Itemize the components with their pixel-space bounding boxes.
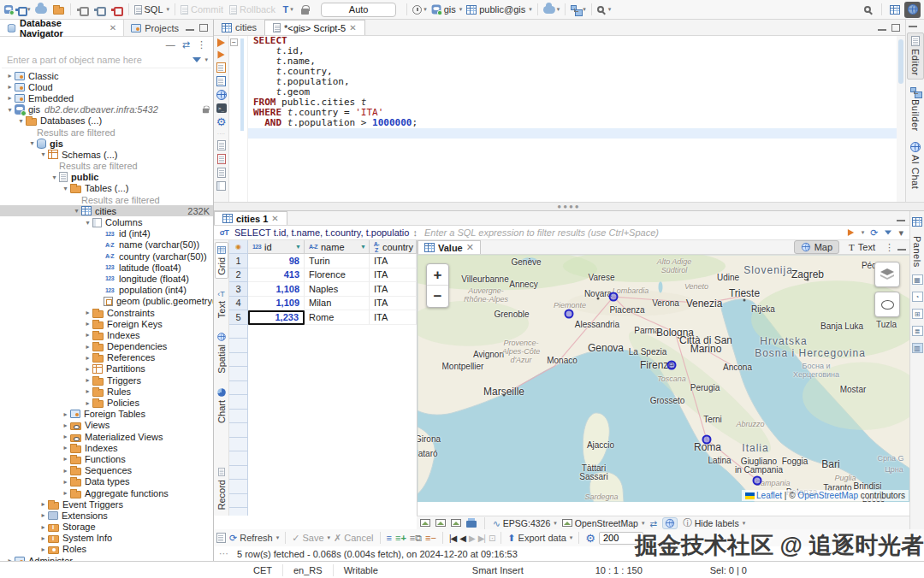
filter-history-icon[interactable]: ▾ — [898, 227, 903, 239]
save-picture-icon[interactable] — [435, 519, 446, 527]
search-button[interactable]: ▾ — [595, 2, 613, 18]
tree-item-roles[interactable]: ▸Roles — [0, 544, 213, 555]
row-number[interactable]: 1 — [229, 254, 248, 268]
close-icon[interactable]: ✕ — [349, 23, 356, 32]
tree-item-results-are-filtered[interactable]: Results are filtered — [0, 194, 213, 205]
collapse-all-icon[interactable]: — — [166, 39, 175, 50]
cell-country[interactable]: ITA — [370, 282, 417, 297]
last-row-icon[interactable]: ▶| — [478, 534, 485, 543]
minimize-icon[interactable] — [897, 220, 905, 221]
status-caret-position[interactable]: 10 : 1 : 150 — [585, 564, 653, 576]
copy-as-picture-icon[interactable] — [420, 519, 430, 527]
tree-item-name-varchar-50[interactable]: A·Zname (varchar(50)) — [0, 239, 213, 251]
tree-item-triggers[interactable]: ▸Triggers — [0, 375, 213, 386]
rollback-button[interactable]: Rollback — [228, 2, 279, 18]
grid-settings-icon[interactable]: ⚙ — [585, 533, 595, 544]
analyze-icon[interactable] — [216, 90, 227, 100]
reconnect-button[interactable] — [92, 2, 108, 18]
save-filter-icon[interactable] — [885, 231, 891, 235]
geometry-marker-milan[interactable] — [609, 292, 619, 302]
commit-button[interactable]: Commit — [179, 2, 227, 18]
row-number[interactable]: 4 — [229, 297, 248, 311]
geometry-marker-turin[interactable] — [565, 309, 574, 318]
tree-item-results-are-filtered[interactable]: Results are filtered — [0, 127, 213, 138]
tree-item-functions[interactable]: ▸Functions — [0, 453, 213, 464]
tree-item-aggregate-functions[interactable]: ▸Aggregate functions — [0, 487, 213, 498]
close-icon[interactable]: ✕ — [110, 23, 116, 32]
tab-results-cities-1[interactable]: cities 1✕ — [214, 211, 287, 225]
column-header-id[interactable]: 123id▼ — [248, 240, 305, 253]
connection-folder-button[interactable] — [50, 2, 67, 18]
settings-gear-icon[interactable]: ⚙ — [216, 116, 227, 127]
text-view-button[interactable]: TText — [843, 241, 881, 253]
history-button[interactable]: ▾ — [411, 2, 429, 18]
cancel-button[interactable]: ✗Cancel — [334, 533, 373, 544]
link-editor-icon[interactable]: ⇄ — [182, 39, 190, 50]
new-script-icon[interactable] — [217, 140, 226, 150]
tab-projects[interactable]: Projects — [124, 20, 186, 36]
column-header-name[interactable]: A-Zname▼ — [305, 240, 370, 253]
sql-line[interactable]: SELECT — [229, 36, 897, 46]
editor-scrollbar[interactable] — [897, 36, 905, 202]
corner-cell[interactable]: ◉ — [229, 240, 248, 254]
minimize-icon[interactable] — [878, 29, 886, 31]
fold-marker-icon[interactable]: − — [230, 38, 238, 46]
fetch-all-icon[interactable]: ⊡ — [489, 534, 495, 543]
geometry-marker-florence[interactable] — [667, 361, 677, 370]
cell-id[interactable]: 1,108 — [248, 282, 305, 297]
lasso-tool[interactable] — [874, 292, 900, 317]
tree-item-foreign-keys[interactable]: ▸Foreign Keys — [0, 318, 213, 329]
row-number[interactable]: 3 — [229, 282, 248, 297]
tree-item-classic[interactable]: ▸Classic — [0, 70, 213, 81]
save-button[interactable]: ✓Save▾ — [292, 533, 330, 544]
cell-name[interactable]: Milan — [305, 297, 370, 311]
tree-item-sequences[interactable]: ▸Sequences — [0, 465, 213, 476]
tree-item-id-int4[interactable]: 123id (int4) — [0, 228, 213, 239]
tree-item-schemas[interactable]: ▾Schemas (...) — [0, 149, 213, 160]
cell-country[interactable]: ITA — [370, 297, 417, 311]
filter-sql-text[interactable]: SELECT t.id, t.name, t.country, t.popula… — [234, 227, 409, 238]
tree-item-data-types[interactable]: ▸Data types — [0, 476, 213, 487]
row-number[interactable]: 2 — [229, 268, 248, 283]
add-row-icon[interactable]: ≡+ — [395, 533, 406, 543]
tree-item-policies[interactable]: ▸Policies — [0, 397, 213, 408]
layers-control[interactable] — [874, 262, 900, 287]
map-view-button[interactable]: Map — [794, 240, 839, 254]
cell-name[interactable]: Rome — [305, 310, 370, 325]
sql-line[interactable]: AND t.population > 1000000; — [229, 118, 897, 128]
tree-item-partitions[interactable]: ▸Partitions — [0, 363, 213, 375]
grouping-panel-icon[interactable]: ▥ — [912, 343, 923, 353]
tree-item-materialized-views[interactable]: ▸Materialized Views — [0, 431, 213, 442]
disconnect-button[interactable] — [109, 2, 125, 18]
refresh-button[interactable]: ⟳Refresh▾ — [229, 533, 279, 544]
tree-item-public[interactable]: ▾public — [0, 172, 213, 183]
leaflet-link[interactable]: Leaflet — [756, 491, 782, 500]
spreadsheet-perspective-icon[interactable] — [886, 2, 903, 18]
metadata-panel-icon[interactable]: ◔ — [912, 292, 923, 302]
sql-line[interactable]: t.id, — [229, 46, 897, 56]
sql-line[interactable] — [229, 128, 897, 139]
cell-country[interactable]: ITA — [370, 254, 417, 268]
minimize-icon[interactable] — [186, 29, 194, 31]
sql-line[interactable]: t.population, — [229, 77, 897, 87]
row-number[interactable]: 5 — [229, 310, 248, 325]
er-diagram-button[interactable]: ▾ — [569, 2, 588, 18]
duplicate-row-icon[interactable]: ≡⧉ — [410, 533, 422, 544]
first-row-icon[interactable]: |◀ — [449, 534, 456, 543]
tree-item-embedded[interactable]: ▸Embedded — [0, 92, 213, 103]
osm-link[interactable]: OpenStreetMap — [797, 491, 858, 500]
delete-script-icon[interactable] — [217, 154, 226, 164]
cloud-sync-button[interactable]: ▾ — [542, 2, 562, 18]
commit-mode-combo[interactable]: Auto — [321, 3, 396, 17]
sql-editor-button[interactable]: SQL▾ — [133, 2, 172, 18]
tree-item-cities[interactable]: ▾cities232K — [0, 205, 213, 216]
zoom-in-button[interactable]: + — [427, 264, 448, 286]
tiles-selector[interactable]: OpenStreetMap▾ — [562, 518, 645, 528]
execute-new-tab-icon[interactable] — [217, 51, 224, 59]
panels-label[interactable]: Panels — [912, 236, 922, 268]
horizontal-splitter[interactable]: ●●●● — [214, 202, 924, 211]
cell-name[interactable]: Florence — [305, 268, 370, 283]
tree-item-references[interactable]: ▸References — [0, 352, 213, 363]
crs-selector[interactable]: ∿EPSG:4326▾ — [493, 518, 557, 528]
object-filter-input[interactable] — [2, 55, 192, 65]
